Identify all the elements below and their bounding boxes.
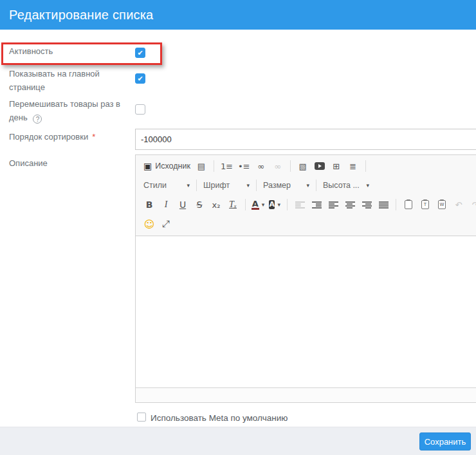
redo-button: ↷ (468, 197, 476, 212)
templates-icon[interactable]: ▤ (194, 158, 209, 174)
page-title: Редактирование списка (9, 0, 153, 30)
toolbar-separator (245, 199, 246, 210)
description-label: Описание (9, 158, 48, 168)
underline-button[interactable]: U (175, 197, 190, 212)
paste-word-button[interactable]: W (434, 197, 450, 212)
editor-toolbar: ▣Исходник▤1≡•≡∞∞▧⊞≣Стили▾Шрифт▾Размер▾Вы… (136, 155, 476, 236)
toolbar-separator (365, 160, 366, 172)
footer-bar: Сохранить (0, 427, 476, 455)
shuffle-daily-checkbox[interactable] (135, 104, 145, 115)
sort-order-input[interactable] (135, 129, 476, 150)
editor-content-area[interactable] (136, 236, 476, 387)
justify-button[interactable] (376, 197, 391, 212)
shuffle-daily-label: Перемешивать товары раз в день ? (9, 97, 126, 124)
align-center-button[interactable] (342, 197, 358, 212)
page-header: Редактирование списка (0, 0, 476, 30)
toolbar-row: BIUSx₂TₓA▾A▾TW↶↷ (136, 195, 476, 214)
show-on-main-label: Показывать на главной странице (9, 67, 131, 94)
numbered-list-icon[interactable]: 1≡ (219, 158, 235, 174)
use-meta-label: Использовать Meta по умолчанию (151, 413, 288, 423)
undo-button: ↶ (451, 197, 466, 212)
bulleted-list-icon[interactable]: •≡ (236, 158, 252, 174)
bold-button[interactable]: B (142, 197, 157, 212)
subscript-button[interactable]: x₂ (208, 197, 224, 212)
activity-checkbox[interactable] (135, 48, 145, 58)
italic-button[interactable]: I (158, 197, 174, 212)
styles-dropdown[interactable]: Стили▾ (142, 178, 192, 193)
font-dropdown[interactable]: Шрифт▾ (201, 178, 252, 193)
toolbar-separator (396, 199, 396, 210)
toolbar-separator (214, 160, 214, 172)
horizontal-line-icon[interactable]: ≣ (345, 158, 361, 174)
toolbar-separator (256, 180, 257, 191)
unlink-icon: ∞ (270, 158, 286, 174)
size-dropdown[interactable]: Размер▾ (261, 178, 311, 193)
background-color-button[interactable]: A▾ (267, 197, 282, 212)
link-icon[interactable]: ∞ (253, 158, 269, 174)
indent-button[interactable] (309, 197, 324, 212)
outdent-button (292, 197, 307, 212)
activity-label: Активность (9, 46, 53, 56)
toolbar-separator (196, 180, 197, 191)
help-icon[interactable]: ? (33, 115, 42, 124)
edit-list-page: Редактирование списка Активность Показыв… (0, 0, 476, 455)
table-icon[interactable]: ⊞ (329, 158, 344, 174)
rich-text-editor: ▣Исходник▤1≡•≡∞∞▧⊞≣Стили▾Шрифт▾Размер▾Вы… (135, 154, 476, 403)
video-icon[interactable] (312, 158, 327, 174)
show-on-main-checkbox[interactable] (135, 73, 145, 84)
text-color-button[interactable]: A▾ (250, 197, 266, 212)
toolbar-row: ▣Исходник▤1≡•≡∞∞▧⊞≣ (136, 156, 476, 176)
image-icon[interactable]: ▧ (295, 158, 311, 174)
toolbar-row: ☺⤢ (136, 214, 476, 234)
toolbar-row: Стили▾Шрифт▾Размер▾Высота ...▾ (136, 176, 476, 195)
sort-order-label: Порядок сортировки* (9, 132, 95, 142)
align-left-button[interactable] (325, 197, 341, 212)
editor-elements-path-bar (136, 387, 476, 402)
smiley-button[interactable]: ☺ (142, 216, 157, 232)
strikethrough-button[interactable]: S (192, 197, 207, 212)
shuffle-daily-label-text: Перемешивать товары раз в день (9, 99, 120, 122)
toolbar-separator (290, 160, 291, 172)
paste-button[interactable] (401, 197, 416, 212)
use-meta-checkbox[interactable] (137, 413, 146, 422)
line-height-dropdown[interactable]: Высота ...▾ (321, 178, 371, 193)
toolbar-separator (287, 199, 288, 210)
save-button[interactable]: Сохранить (419, 432, 471, 450)
toolbar-separator (316, 180, 316, 191)
paste-text-button[interactable]: T (417, 197, 433, 212)
remove-format-button[interactable]: Tₓ (225, 197, 241, 212)
sort-order-label-text: Порядок сортировки (9, 132, 88, 142)
required-asterisk: * (92, 132, 95, 142)
source-button[interactable]: ▣Исходник (142, 158, 192, 174)
maximize-button[interactable]: ⤢ (158, 216, 174, 232)
align-right-button[interactable] (359, 197, 374, 212)
